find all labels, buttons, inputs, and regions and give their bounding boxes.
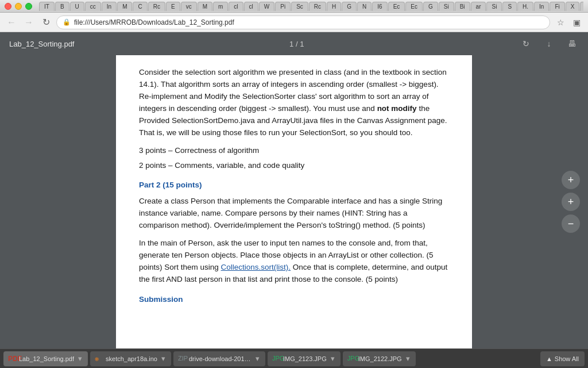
browser-tab-7[interactable]: Rc [148,2,165,11]
collections-sort-link[interactable]: Collections.sort(list). [221,263,291,271]
browser-tab-15[interactable]: Pi [275,2,291,11]
browser-tab-6[interactable]: C [133,2,147,11]
refresh-button[interactable]: ↻ [39,16,53,29]
browser-tab-13[interactable]: cl [244,2,258,11]
extensions-icon[interactable]: ▣ [570,16,583,29]
pdf-part2-header: Part 2 (15 points) [139,179,449,191]
taskbar-item-pdf[interactable]: PDF Lab_12_Sorting.pdf ▾ [3,351,88,366]
taskbar-sketch-label: sketch_apr18a.ino [106,355,157,362]
browser-tab-10[interactable]: M [198,2,212,11]
browser-tab-2[interactable]: U [70,2,84,11]
show-all-icon: ▲ [546,355,552,362]
zoom-fit-button[interactable]: + [562,171,580,189]
close-button[interactable] [5,3,11,10]
title-bar: ITBUccInMCRcEvcMmclclWPiScRcHGNI6EcEcGSi… [0,0,588,13]
browser-tab-11[interactable]: m [213,2,228,11]
browser-tab-24[interactable]: G [423,2,438,11]
taskbar-sketch-close[interactable]: ▾ [160,354,167,363]
zoom-in-button[interactable]: + [562,193,580,211]
taskbar-item-jpg1[interactable]: JPG IMG_2123.JPG ▾ [268,351,341,366]
browser-tab-8[interactable]: E [166,2,180,11]
browser-tab-34[interactable]: C [580,2,583,11]
lock-icon: 🔒 [63,18,71,26]
show-all-button[interactable]: ▲ Show All [540,351,585,366]
taskbar-pdf-label: Lab_12_Sorting.pdf [19,355,74,362]
browser-tab-28[interactable]: Si [486,2,502,11]
taskbar-item-jpg2[interactable]: JPG IMG_2122.JPG ▾ [343,351,416,366]
pdf-page: Consider the selection sort algorithm we… [116,55,472,348]
pdf-intro-text: Consider the selection sort algorithm we… [139,67,449,139]
taskbar-jpg2-label: IMG_2122.JPG [358,355,402,362]
browser-tab-25[interactable]: Si [439,2,454,11]
taskbar-pdf-close[interactable]: ▾ [77,354,83,363]
zoom-out-button[interactable]: − [562,214,580,233]
browser-tab-14[interactable]: W [259,2,274,11]
pdf-page-indicator: 1 / 1 [289,40,304,48]
minimize-button[interactable] [15,3,22,10]
browser-tab-9[interactable]: vc [181,2,197,11]
browser-tab-18[interactable]: H [327,2,341,11]
browser-tab-1[interactable]: B [55,2,69,11]
address-bar[interactable]: 🔒 file:///Users/MRROB/Downloads/Lab_12_S… [56,16,550,29]
browser-tab-33[interactable]: X [566,2,580,11]
zoom-controls: + + − [562,171,580,233]
taskbar-jpg2-close[interactable]: ▾ [405,354,411,363]
pdf-print-icon[interactable]: 🖶 [565,37,579,51]
browser-tab-21[interactable]: I6 [372,2,387,11]
jpg1-file-icon: JPG [272,355,280,363]
bottom-taskbar: PDF Lab_12_Sorting.pdf ▾ ⎈ sketch_apr18a… [0,348,588,368]
pdf-file-icon: PDF [8,355,16,363]
browser-tab-20[interactable]: N [357,2,372,11]
jpg2-file-icon: JPG [347,355,355,363]
browser-tab-26[interactable]: Bi [455,2,470,11]
browser-tab-27[interactable]: ar [471,2,486,11]
back-button[interactable]: ← [5,16,18,29]
browser-tab-29[interactable]: S [502,2,517,11]
browser-tab-16[interactable]: Sc [291,2,308,11]
browser-toolbar-icons: ☆ ▣ [554,16,583,29]
pdf-part2-text2: In the main of Person, ask the user to i… [139,237,449,286]
pdf-refresh-icon[interactable]: ↻ [519,37,533,51]
taskbar-jpg1-label: IMG_2123.JPG [283,355,327,362]
pdf-submission-header: Submission [139,294,449,305]
browser-tab-3[interactable]: cc [85,2,101,11]
browser-tab-31[interactable]: In [534,2,549,11]
pdf-points-1: 3 points – Correctness of algorithm [139,145,449,156]
forward-button[interactable]: → [22,16,36,29]
traffic-lights [5,3,32,10]
pdf-points-2: 2 points – Comments, variable, and code … [139,160,449,171]
browser-tab-5[interactable]: M [117,2,132,11]
pdf-toolbar-icons: ↻ ↓ 🖶 [519,37,579,51]
pdf-part2-text1: Create a class Person that implements th… [139,195,449,232]
browser-tab-30[interactable]: H. [517,2,533,11]
pdf-header: Lab_12_Sorting.pdf 1 / 1 ↻ ↓ 🖶 [0,32,588,55]
taskbar-zip-label: drive-download-20170-...zip [189,355,252,362]
browser-tab-22[interactable]: Ec [388,2,405,11]
browser-tab-0[interactable]: IT [39,2,55,11]
url-text: file:///Users/MRROB/Downloads/Lab_12_Sor… [74,18,544,26]
browser-tab-17[interactable]: Rc [309,2,326,11]
taskbar-zip-close[interactable]: ▾ [254,354,261,363]
taskbar-item-zip[interactable]: ZIP drive-download-20170-...zip ▾ [173,351,265,366]
sketch-file-icon: ⎈ [95,355,103,363]
pdf-content-wrapper: Consider the selection sort algorithm we… [0,55,588,348]
browser-tab-12[interactable]: cl [229,2,243,11]
star-icon[interactable]: ☆ [554,16,567,29]
zip-file-icon: ZIP [178,355,186,363]
browser-tab-32[interactable]: Fi [550,2,564,11]
browser-tabs: ITBUccInMCRcEvcMmclclWPiScRcHGNI6EcEcGSi… [39,2,583,11]
browser-toolbar: ← → ↻ 🔒 file:///Users/MRROB/Downloads/La… [0,13,588,32]
taskbar-item-sketch[interactable]: ⎈ sketch_apr18a.ino ▾ [90,351,171,366]
pdf-bold-not-modify: not modify [377,104,417,113]
show-all-label: Show All [555,355,579,362]
pdf-title: Lab_12_Sorting.pdf [9,40,74,48]
maximize-button[interactable] [25,3,32,10]
pdf-download-icon[interactable]: ↓ [542,37,556,51]
browser-tab-23[interactable]: Ec [405,2,423,11]
taskbar-jpg1-close[interactable]: ▾ [330,354,336,363]
browser-tab-19[interactable]: G [342,2,357,11]
browser-tab-4[interactable]: In [102,2,117,11]
